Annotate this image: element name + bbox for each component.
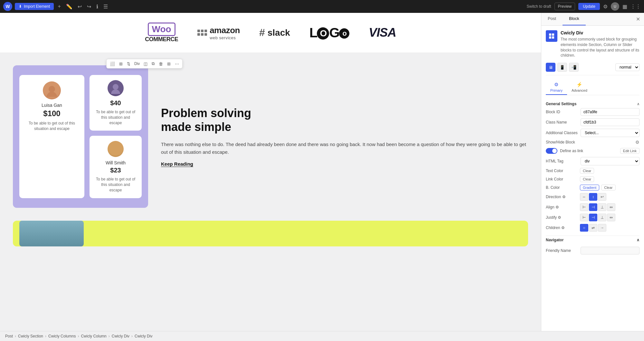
children-wrap-button[interactable]: ⇌ — [589, 224, 597, 232]
preview-button[interactable]: Preview — [554, 3, 575, 10]
edit-button[interactable]: ✏️ — [65, 2, 74, 11]
woocommerce-logo: Woo COMMERCE — [145, 23, 178, 43]
edit-link-button[interactable]: Edit Link — [620, 148, 639, 154]
align-end-button[interactable]: ⊥ — [598, 203, 606, 211]
general-settings-header[interactable]: General Settings ∧ — [546, 100, 639, 108]
breadcrumb-section[interactable]: Cwicly Section — [18, 334, 43, 338]
visa-logo: VISA — [369, 26, 396, 40]
align-center-button[interactable]: ⊣ — [589, 203, 597, 211]
justify-stretch-button[interactable]: ⇔ — [607, 214, 615, 221]
bg-color-clear-button[interactable]: Clear — [601, 185, 615, 190]
main-layout: Woo COMMERCE amazon web services — [0, 13, 644, 331]
svg-rect-8 — [549, 36, 551, 39]
import-element-button[interactable]: ⬇ Import Element — [15, 3, 54, 10]
price-top: $40 — [95, 99, 137, 107]
more-options-button[interactable]: ⋯ — [173, 60, 181, 67]
tab-block[interactable]: Block — [563, 13, 586, 25]
direction-label: Direction ⚙ — [546, 195, 578, 199]
show-hide-gear-icon[interactable]: ⚙ — [635, 140, 639, 145]
cards-row: Luisa Gan $100 To be able to get out of … — [19, 75, 142, 198]
define-as-link-toggle[interactable] — [546, 148, 557, 154]
tablet-view-button[interactable]: 📱 — [557, 63, 567, 72]
breadcrumb-post[interactable]: Post — [5, 334, 13, 338]
toolbar-right: Switch to draft Preview Update ⚙ U ▦ ⋮⋮ — [527, 2, 641, 11]
svg-point-5 — [111, 150, 120, 155]
justify-center-button[interactable]: ⊣ — [589, 214, 597, 221]
update-button[interactable]: Update — [578, 3, 600, 10]
sub-tabs: ⚙ Primary ⚡ Advanced — [546, 80, 639, 95]
navigator-header[interactable]: Navigator ∧ — [546, 235, 639, 244]
tab-post[interactable]: Post — [541, 13, 563, 25]
direction-row-button[interactable]: ↔ — [580, 193, 588, 201]
list-view-icon[interactable]: ⋮⋮ — [630, 4, 641, 10]
logo-logo: LOGo — [309, 25, 349, 41]
children-nowrap-button[interactable]: → — [598, 224, 606, 232]
bg-gradient-button[interactable]: Gradient — [580, 185, 599, 190]
tab-primary[interactable]: ⚙ Primary — [546, 80, 567, 95]
class-name-input[interactable] — [581, 118, 639, 126]
children-circle-button[interactable]: ○ — [580, 224, 588, 232]
undo-button[interactable]: ↩ — [76, 2, 83, 11]
layers-button[interactable]: ◫ — [142, 60, 149, 67]
redo-button[interactable]: ↪ — [86, 2, 92, 11]
align-row: Align ⚙ ⊢ ⊣ ⊥ ⇔ — [546, 203, 639, 211]
svg-rect-7 — [552, 33, 554, 36]
view-mode-select[interactable]: normal hover focus — [615, 63, 639, 71]
justify-end-button[interactable]: ⊥ — [598, 214, 606, 221]
card-right-col: $40 To be able to get out of this situat… — [90, 75, 142, 198]
duplicate-button[interactable]: ⧉ — [150, 60, 156, 67]
direction-col-button[interactable]: ↕ — [589, 193, 597, 201]
block-id-input[interactable] — [581, 108, 639, 116]
block-header: Cwicly Div The most commonly used block … — [546, 30, 639, 58]
tab-advanced[interactable]: ⚡ Advanced — [567, 80, 592, 95]
avatar: U — [611, 2, 619, 11]
additional-classes-label: Additional Classes — [546, 131, 578, 135]
friendly-name-input[interactable] — [581, 247, 639, 254]
settings-icon[interactable]: ⚙ — [603, 4, 608, 10]
info-button[interactable]: ℹ — [95, 2, 99, 11]
html-tag-select[interactable]: div section article header footer — [581, 157, 639, 165]
additional-classes-row: Additional Classes Select... — [546, 129, 639, 137]
justify-start-button[interactable]: ⊢ — [580, 214, 588, 221]
breadcrumb-div-2[interactable]: Cwicly Div — [135, 334, 152, 338]
panel-close-button[interactable]: ✕ — [632, 13, 644, 25]
svg-point-1 — [47, 92, 57, 97]
name-will: Will Smith — [95, 160, 137, 165]
mobile-view-button[interactable]: 📲 — [569, 63, 579, 72]
aws-logo: amazon web services — [197, 25, 240, 40]
children-row: Children ⚙ ○ ⇌ → — [546, 224, 639, 232]
canvas[interactable]: Woo COMMERCE amazon web services — [0, 13, 541, 331]
keep-reading-link[interactable]: Keep Reading — [161, 161, 193, 167]
align-start-button[interactable]: ⊢ — [580, 203, 588, 211]
show-hide-row: Show/Hide Block ⚙ — [546, 140, 639, 145]
breadcrumb-column[interactable]: Cwicly Column — [81, 334, 106, 338]
switch-to-draft-button[interactable]: Switch to draft — [527, 4, 551, 9]
desktop-view-button[interactable]: 🖥 — [546, 63, 555, 72]
card-will: Will Smith $23 To be able to get out of … — [90, 136, 142, 198]
align-stretch-button[interactable]: ⇔ — [607, 203, 615, 211]
additional-classes-select[interactable]: Select... — [581, 129, 639, 137]
updown-button[interactable]: ⇅ — [125, 60, 132, 67]
text-color-clear-button[interactable]: Clear — [580, 168, 594, 174]
link-color-clear-button[interactable]: Clear — [580, 176, 594, 182]
columns-button[interactable]: ⊞ — [118, 60, 124, 67]
delete-button[interactable]: 🗑 — [157, 60, 165, 67]
move-button[interactable]: ⊞ — [166, 60, 172, 67]
menu-button[interactable]: ☰ — [102, 2, 109, 11]
wp-logo[interactable]: W — [3, 2, 12, 11]
select-block-button[interactable]: ⬜ — [108, 60, 117, 67]
general-settings-section: General Settings ∧ Block ID Class Name A… — [546, 100, 639, 232]
link-color-row: Link Color Clear — [546, 176, 639, 182]
navigator-collapse-icon: ∧ — [637, 238, 639, 242]
link-color-label: Link Color — [546, 177, 578, 181]
add-block-button[interactable]: + — [56, 2, 62, 11]
direction-reverse-button[interactable]: ↩ — [598, 193, 606, 201]
breadcrumb-columns[interactable]: Cwicly Columns — [48, 334, 76, 338]
class-name-label: Class Name — [546, 120, 578, 124]
html-tag-row: HTML Tag div section article header foot… — [546, 157, 639, 165]
block-view-icon[interactable]: ▦ — [622, 4, 627, 10]
breadcrumb-div-1[interactable]: Cwicly Div — [112, 334, 129, 338]
children-label: Children ⚙ — [546, 226, 578, 230]
avatar-top — [108, 80, 124, 96]
block-type-label: Div — [133, 61, 141, 66]
